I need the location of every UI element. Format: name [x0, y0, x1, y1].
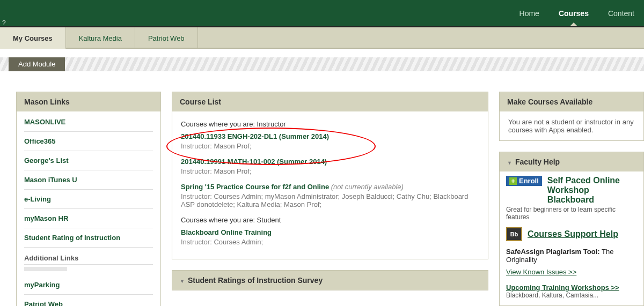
- mason-link[interactable]: Student Rating of Instruction: [24, 228, 153, 248]
- self-paced-link[interactable]: Self Paced Online Workshop Blackboard: [547, 176, 620, 204]
- course-item: Blackboard Online Training Instructor: C…: [181, 228, 479, 246]
- help-icon[interactable]: ?: [2, 19, 6, 27]
- instructor-label: Instructor:: [181, 238, 212, 246]
- tab-patriot-web[interactable]: Patriot Web: [135, 27, 197, 49]
- instructor-names: Mason Prof;: [214, 142, 251, 150]
- mason-link[interactable]: Mason iTunes U: [24, 170, 153, 190]
- scrollbar-placeholder: [24, 267, 67, 271]
- upcoming-workshops-sub: Blackboard, Kaltura, Camtasia...: [506, 292, 637, 299]
- blackboard-icon: Bb: [506, 227, 522, 241]
- make-courses-available-panel: Make Courses Available You are not a stu…: [499, 92, 644, 141]
- mason-link[interactable]: George's List: [24, 151, 153, 170]
- course-list-title: Course List: [172, 92, 488, 111]
- course-item: 201440.19991 MATH-101-002 (Summer 2014) …: [181, 158, 479, 175]
- tab-my-courses[interactable]: My Courses: [0, 27, 65, 49]
- courses-support-link[interactable]: Courses Support Help: [528, 229, 618, 239]
- student-ratings-title[interactable]: Student Ratings of Instruction Survey: [172, 271, 488, 290]
- course-link[interactable]: Blackboard Online Training: [181, 228, 272, 236]
- upcoming-workshops-link[interactable]: Upcoming Training Workshops >>: [506, 283, 619, 292]
- faculty-help-panel: Faculty Help + Enroll Self Paced Online …: [499, 152, 644, 306]
- nav-courses[interactable]: Courses: [549, 0, 598, 26]
- mason-links-panel: Mason Links MASONLIVE Office365 George's…: [16, 92, 161, 306]
- mason-links-title: Mason Links: [17, 92, 160, 111]
- instructor-names: Mason Prof;: [214, 167, 251, 175]
- instructor-section-heading: Courses where you are: Instructor: [181, 120, 479, 128]
- enroll-label: Enroll: [519, 177, 539, 185]
- enroll-button[interactable]: + Enroll: [506, 176, 542, 186]
- tab-kaltura-media[interactable]: Kaltura Media: [66, 27, 135, 49]
- self-paced-subtitle: Great for beginners or to learn specific…: [506, 206, 637, 221]
- safeassign-label: SafeAssign Plagiarism Tool:: [506, 248, 600, 256]
- action-bar: Add Module: [0, 49, 644, 81]
- course-unavailable-note: (not currently available): [331, 183, 404, 191]
- instructor-label: Instructor:: [181, 142, 212, 150]
- safeassign-text: SafeAssign Plagiarism Tool: The Original…: [506, 248, 637, 264]
- instructor-label: Instructor:: [181, 192, 212, 200]
- add-module-button[interactable]: Add Module: [9, 57, 65, 71]
- course-item: 201440.11933 ENGH-202-DL1 (Summer 2014) …: [181, 132, 479, 150]
- top-nav: Home Courses Content: [510, 0, 644, 26]
- instructor-names: Courses Admin;: [214, 238, 263, 246]
- mason-link[interactable]: Office365: [24, 132, 153, 151]
- known-issues-link[interactable]: View Known Issues >>: [506, 268, 576, 276]
- course-link[interactable]: Spring '15 Practice Course for f2f and O…: [181, 183, 329, 191]
- main-content: Mason Links MASONLIVE Office365 George's…: [0, 81, 644, 306]
- mason-link[interactable]: e-Living: [24, 190, 153, 209]
- course-link[interactable]: 201440.19991 MATH-101-002 (Summer 2014): [181, 158, 327, 166]
- additional-link[interactable]: Patriot Web: [24, 295, 153, 306]
- additional-link[interactable]: myParking: [24, 275, 153, 295]
- course-item: Spring '15 Practice Course for f2f and O…: [181, 183, 479, 208]
- instructor-label: Instructor:: [181, 167, 212, 175]
- tab-bar: My Courses Kaltura Media Patriot Web: [0, 27, 644, 49]
- make-courses-available-body: You are not a student or instructor in a…: [500, 111, 643, 140]
- additional-links-header: Additional Links: [24, 248, 153, 265]
- faculty-help-title[interactable]: Faculty Help: [500, 152, 643, 171]
- mason-link[interactable]: MASONLIVE: [24, 113, 153, 132]
- student-ratings-panel: Student Ratings of Instruction Survey: [172, 270, 488, 290]
- top-bar: ? Home Courses Content: [0, 0, 644, 27]
- course-link[interactable]: 201440.11933 ENGH-202-DL1 (Summer 2014): [181, 132, 329, 140]
- instructor-names: Courses Admin; myMason Administrator; Jo…: [181, 192, 468, 208]
- plus-icon: +: [509, 177, 517, 185]
- student-section-heading: Courses where you are: Student: [181, 216, 479, 224]
- nav-content[interactable]: Content: [598, 0, 644, 26]
- mason-link[interactable]: myMason HR: [24, 209, 153, 228]
- make-courses-available-title: Make Courses Available: [500, 92, 643, 111]
- nav-home[interactable]: Home: [510, 0, 549, 26]
- course-list-panel: Course List Courses where you are: Instr…: [172, 92, 488, 259]
